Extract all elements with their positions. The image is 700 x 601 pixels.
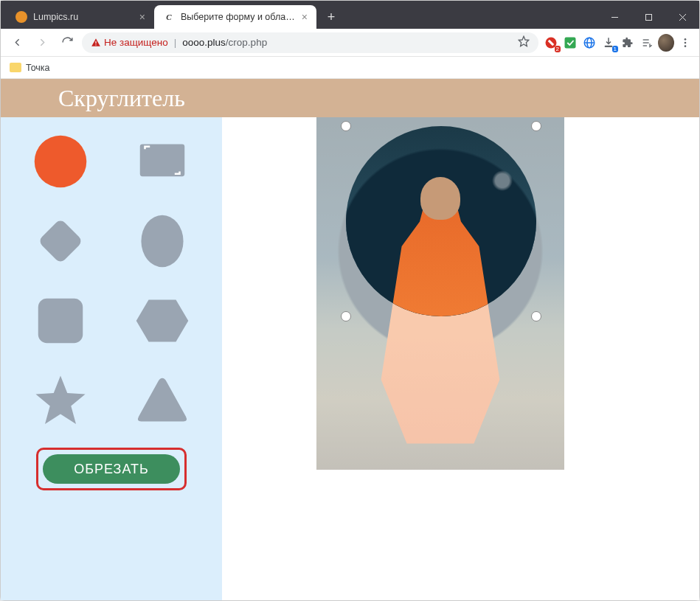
crop-button-highlight: ОБРЕЗАТЬ [36, 448, 187, 490]
photo-crop-area[interactable] [316, 117, 564, 470]
tab-crop-page[interactable]: C Выберите форму и область для × [154, 5, 316, 29]
browser-window: Lumpics.ru × C Выберите форму и область … [0, 0, 700, 601]
svg-rect-24 [38, 299, 83, 343]
shape-circle[interactable] [20, 131, 101, 192]
warning-icon [91, 38, 101, 48]
crop-handle-bottom-left[interactable] [341, 311, 351, 322]
main-area: ОБРЕЗАТЬ [1, 117, 699, 600]
not-secure-warning: Не защищено [91, 37, 168, 48]
shape-diamond[interactable] [20, 210, 101, 272]
tab-title: Lumpics.ru [33, 12, 134, 22]
favicon-crop: C [163, 11, 175, 23]
svg-rect-5 [95, 44, 96, 45]
svg-marker-25 [136, 299, 189, 341]
svg-point-18 [685, 41, 687, 44]
page-content: Скруглитель [1, 79, 699, 600]
reading-list-icon[interactable] [639, 35, 655, 51]
address-bar: Не защищено | oooo.plus/crop.php 2 1 [1, 29, 699, 57]
bookmark-label: Точка [26, 63, 50, 73]
crop-handle-top-right[interactable] [531, 121, 541, 131]
svg-point-23 [141, 215, 183, 268]
crop-handle-top-left[interactable] [341, 121, 351, 131]
url-text: oooo.plus/crop.php [182, 37, 267, 48]
shape-rounded-square[interactable] [20, 290, 101, 352]
tab-strip: Lumpics.ru × C Выберите форму и область … [1, 1, 699, 29]
crop-button[interactable]: ОБРЕЗАТЬ [43, 454, 180, 484]
crop-handle-bottom-right[interactable] [531, 311, 541, 322]
site-header: Скруглитель [1, 79, 699, 117]
tab-title: Выберите форму и область для [181, 12, 296, 22]
bookmark-folder[interactable]: Точка [10, 63, 50, 73]
svg-rect-4 [95, 41, 96, 44]
profile-avatar[interactable] [658, 35, 674, 51]
shape-triangle[interactable] [122, 369, 203, 431]
badge: 1 [612, 46, 618, 52]
photo-image-cropped [346, 126, 536, 316]
svg-point-19 [685, 45, 687, 47]
svg-rect-13 [605, 45, 613, 46]
svg-rect-1 [645, 14, 651, 20]
svg-point-20 [35, 136, 87, 188]
window-controls [597, 5, 699, 29]
reload-button[interactable] [57, 32, 77, 53]
shape-grid [20, 131, 203, 431]
svg-point-17 [685, 38, 687, 41]
close-icon[interactable]: × [139, 11, 145, 23]
shape-rectangle-crop[interactable] [122, 131, 203, 192]
canvas-area [222, 117, 699, 600]
folder-icon [10, 63, 21, 72]
shape-star[interactable] [20, 369, 101, 431]
crop-selection-circle[interactable] [346, 126, 536, 316]
separator: | [174, 37, 177, 48]
close-icon[interactable]: × [302, 11, 308, 23]
bookmarks-bar: Точка [1, 57, 699, 79]
kebab-menu-icon[interactable] [677, 35, 693, 51]
extensions-puzzle-icon[interactable] [620, 35, 636, 51]
svg-rect-21 [140, 144, 184, 176]
tab-lumpics[interactable]: Lumpics.ru × [7, 5, 154, 29]
checkmark-extension-icon[interactable] [562, 35, 578, 51]
bookmark-star-icon[interactable] [518, 35, 530, 49]
download-extension-icon[interactable]: 1 [600, 35, 617, 51]
forward-button[interactable] [32, 32, 52, 53]
adblock-extension-icon[interactable]: 2 [543, 35, 559, 51]
close-window-button[interactable] [665, 5, 699, 29]
not-secure-label: Не защищено [104, 37, 168, 48]
badge: 2 [555, 46, 561, 52]
back-button[interactable] [7, 32, 27, 53]
url-box[interactable]: Не защищено | oooo.plus/crop.php [82, 32, 538, 53]
shape-hexagon[interactable] [122, 290, 203, 352]
svg-rect-9 [565, 37, 576, 48]
svg-rect-22 [38, 218, 83, 264]
shape-ellipse[interactable] [122, 210, 203, 272]
site-logo: Скруглитель [58, 85, 185, 112]
shape-sidebar: ОБРЕЗАТЬ [1, 117, 222, 600]
extensions-row: 2 1 [543, 35, 693, 51]
new-tab-button[interactable]: + [321, 7, 342, 27]
globe-extension-icon[interactable] [581, 35, 597, 51]
minimize-button[interactable] [597, 5, 631, 29]
svg-marker-6 [519, 36, 528, 46]
maximize-button[interactable] [631, 5, 665, 29]
favicon-lumpics [15, 11, 27, 23]
